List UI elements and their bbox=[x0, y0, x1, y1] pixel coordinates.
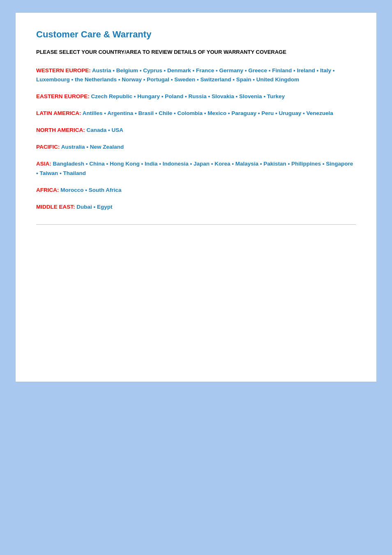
country-link-mexico[interactable]: Mexico bbox=[208, 110, 226, 116]
country-link-luxembourg[interactable]: Luxembourg bbox=[36, 76, 70, 83]
country-link-poland[interactable]: Poland bbox=[165, 93, 183, 99]
country-link-finland[interactable]: Finland bbox=[272, 67, 292, 74]
bullet-separator: • bbox=[331, 67, 334, 74]
country-link-morocco[interactable]: Morocco bbox=[60, 187, 83, 193]
region-label-pacific: PACIFIC: bbox=[36, 144, 61, 150]
country-link-new-zealand[interactable]: New Zealand bbox=[90, 144, 124, 150]
country-link-spain[interactable]: Spain bbox=[236, 76, 251, 83]
bullet-separator: • bbox=[84, 161, 89, 167]
region-countries-pacific: Australia • New Zealand bbox=[61, 144, 124, 150]
country-link-indonesia[interactable]: Indonesia bbox=[163, 161, 189, 167]
bullet-separator: • bbox=[292, 67, 297, 74]
country-link-dubai[interactable]: Dubai bbox=[76, 204, 92, 210]
country-link-venezuela[interactable]: Venezuela bbox=[307, 110, 333, 116]
country-link-egypt[interactable]: Egypt bbox=[97, 204, 113, 210]
country-link-south-africa[interactable]: South Africa bbox=[89, 187, 122, 193]
country-link-france[interactable]: France bbox=[196, 67, 214, 74]
country-link-argentina[interactable]: Argentina bbox=[107, 110, 133, 116]
region-pacific: PACIFIC: Australia • New Zealand bbox=[36, 143, 356, 152]
region-label-eastern-europe: EASTERN EUROPE: bbox=[36, 93, 91, 99]
country-link-pakistan[interactable]: Pakistan bbox=[263, 161, 286, 167]
bullet-separator: • bbox=[274, 110, 279, 116]
bullet-separator: • bbox=[133, 110, 138, 116]
country-link-hong-kong[interactable]: Hong Kong bbox=[110, 161, 140, 167]
bullet-separator: • bbox=[214, 67, 219, 74]
country-link-japan[interactable]: Japan bbox=[194, 161, 210, 167]
country-link-switzerland[interactable]: Switzerland bbox=[201, 76, 231, 83]
country-link-brasil[interactable]: Brasil bbox=[138, 110, 154, 116]
country-link-czech-republic[interactable]: Czech Republic bbox=[91, 93, 133, 99]
country-link-portugal[interactable]: Portugal bbox=[147, 76, 169, 83]
country-link-antilles[interactable]: Antilles bbox=[83, 110, 103, 116]
region-countries-africa: Morocco • South Africa bbox=[60, 187, 121, 193]
country-link-russia[interactable]: Russia bbox=[189, 93, 207, 99]
country-link-greece[interactable]: Greece bbox=[248, 67, 267, 74]
bullet-separator: • bbox=[195, 76, 200, 83]
region-countries-asia: Bangladesh • China • Hong Kong • India •… bbox=[36, 161, 353, 176]
bullet-separator: • bbox=[191, 67, 196, 74]
country-link-canada[interactable]: Canada bbox=[87, 127, 107, 133]
bullet-separator: • bbox=[267, 67, 272, 74]
bullet-separator: • bbox=[189, 161, 194, 167]
country-link-taiwan[interactable]: Taiwan bbox=[39, 170, 58, 176]
country-link-cyprus[interactable]: Cyprus bbox=[143, 67, 162, 74]
country-link-philippines[interactable]: Philippines bbox=[291, 161, 321, 167]
country-link-united-kingdom[interactable]: United Kingdom bbox=[256, 76, 299, 83]
bullet-separator: • bbox=[84, 187, 89, 193]
page-title: Customer Care & Warranty bbox=[36, 29, 356, 40]
country-link-bangladesh[interactable]: Bangladesh bbox=[53, 161, 85, 167]
region-countries-north-america: Canada • USA bbox=[87, 127, 124, 133]
region-label-africa: AFRICA: bbox=[36, 187, 60, 193]
bullet-separator: • bbox=[70, 76, 75, 83]
country-link-china[interactable]: China bbox=[89, 161, 105, 167]
region-label-asia: ASIA: bbox=[36, 161, 53, 167]
country-link-colombia[interactable]: Colombia bbox=[178, 110, 203, 116]
region-countries-eastern-europe: Czech Republic • Hungary • Poland • Russ… bbox=[91, 93, 285, 99]
bullet-separator: • bbox=[226, 110, 231, 116]
bullet-separator: • bbox=[105, 161, 110, 167]
country-link-india[interactable]: India bbox=[145, 161, 158, 167]
bullet-separator: • bbox=[111, 67, 116, 74]
region-label-western-europe: WESTERN EUROPE: bbox=[36, 67, 92, 74]
country-link-turkey[interactable]: Turkey bbox=[267, 93, 285, 99]
region-middle-east: MIDDLE EAST: Dubai • Egypt bbox=[36, 203, 356, 212]
region-africa: AFRICA: Morocco • South Africa bbox=[36, 186, 356, 195]
page-container: Customer Care & Warranty PLEASE SELECT Y… bbox=[15, 12, 377, 382]
country-link-denmark[interactable]: Denmark bbox=[167, 67, 191, 74]
bullet-separator: • bbox=[162, 67, 167, 74]
bullet-separator: • bbox=[85, 144, 90, 150]
country-link-germany[interactable]: Germany bbox=[219, 67, 244, 74]
region-label-north-america: NORTH AMERICA: bbox=[36, 127, 87, 133]
country-link-usa[interactable]: USA bbox=[112, 127, 124, 133]
country-link-chile[interactable]: Chile bbox=[159, 110, 172, 116]
region-north-america: NORTH AMERICA: Canada • USA bbox=[36, 126, 356, 135]
country-link-the-netherlands[interactable]: the Netherlands bbox=[75, 76, 117, 83]
country-link-thailand[interactable]: Thailand bbox=[63, 170, 86, 176]
bullet-separator: • bbox=[169, 76, 174, 83]
region-countries-latin-america: Antilles • Argentina • Brasil • Chile • … bbox=[83, 110, 333, 116]
region-eastern-europe: EASTERN EUROPE: Czech Republic • Hungary… bbox=[36, 92, 356, 101]
bullet-separator: • bbox=[140, 161, 145, 167]
country-link-peru[interactable]: Peru bbox=[261, 110, 274, 116]
country-link-slovakia[interactable]: Slovakia bbox=[212, 93, 234, 99]
country-link-australia[interactable]: Australia bbox=[61, 144, 85, 150]
country-link-italy[interactable]: Italy bbox=[320, 67, 331, 74]
country-link-belgium[interactable]: Belgium bbox=[116, 67, 138, 74]
country-link-austria[interactable]: Austria bbox=[92, 67, 111, 74]
country-link-ireland[interactable]: Ireland bbox=[297, 67, 315, 74]
country-link-uruguay[interactable]: Uruguay bbox=[279, 110, 302, 116]
region-countries-middle-east: Dubai • Egypt bbox=[76, 204, 112, 210]
region-label-middle-east: MIDDLE EAST: bbox=[36, 204, 76, 210]
bullet-separator: • bbox=[92, 204, 97, 210]
country-link-paraguay[interactable]: Paraguay bbox=[231, 110, 256, 116]
bullet-separator: • bbox=[256, 110, 261, 116]
country-link-singapore[interactable]: Singapore bbox=[326, 161, 353, 167]
country-link-norway[interactable]: Norway bbox=[122, 76, 142, 83]
country-link-hungary[interactable]: Hungary bbox=[137, 93, 160, 99]
country-link-korea[interactable]: Korea bbox=[214, 161, 230, 167]
bullet-separator: • bbox=[231, 76, 236, 83]
bullet-separator: • bbox=[160, 93, 165, 99]
country-link-sweden[interactable]: Sweden bbox=[174, 76, 195, 83]
country-link-malaysia[interactable]: Malaysia bbox=[235, 161, 258, 167]
country-link-slovenia[interactable]: Slovenia bbox=[239, 93, 262, 99]
